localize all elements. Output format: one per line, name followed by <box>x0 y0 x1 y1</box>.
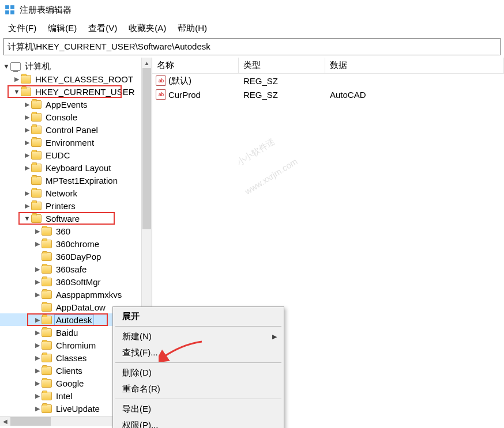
expand-icon[interactable] <box>33 316 42 324</box>
folder-icon <box>42 354 52 362</box>
svg-rect-3 <box>10 10 14 14</box>
ctx-separator <box>115 362 281 363</box>
titlebar: 注册表编辑器 <box>0 0 504 20</box>
expand-icon[interactable] <box>33 266 42 273</box>
address-bar[interactable]: 计算机\HKEY_CURRENT_USER\Software\Autodesk <box>3 38 501 55</box>
expand-icon[interactable] <box>33 405 42 412</box>
expand-icon[interactable] <box>33 278 42 286</box>
folder-icon <box>31 126 42 134</box>
svg-rect-0 <box>5 5 9 9</box>
menu-help[interactable]: 帮助(H) <box>172 21 213 36</box>
tree-item[interactable]: Keyboard Layout <box>0 161 152 174</box>
folder-icon <box>31 151 42 160</box>
folder-icon <box>31 189 42 198</box>
tree-item[interactable]: 360 <box>0 225 152 237</box>
string-value-icon: ab <box>156 89 166 100</box>
tree-root[interactable]: 计算机 <box>0 60 152 73</box>
expand-icon[interactable] <box>13 88 21 95</box>
value-row[interactable]: ab(默认)REG_SZ <box>152 74 504 88</box>
folder-icon <box>42 328 52 337</box>
tree-item[interactable]: Environment <box>0 136 152 149</box>
folder-icon <box>21 75 31 84</box>
string-value-icon: ab <box>156 75 166 86</box>
folder-icon <box>31 138 42 147</box>
context-menu: 展开 新建(N)▶ 查找(F)... 删除(D) 重命名(R) 导出(E) 权限… <box>112 306 284 428</box>
expand-icon[interactable] <box>13 75 21 83</box>
folder-icon <box>42 303 52 312</box>
expand-icon[interactable] <box>33 291 42 298</box>
menubar: 文件(F) 编辑(E) 查看(V) 收藏夹(A) 帮助(H) <box>0 20 504 37</box>
folder-icon <box>31 202 42 210</box>
tree-item[interactable]: 360DayPop <box>0 250 152 263</box>
folder-icon <box>42 265 52 274</box>
menu-fav[interactable]: 收藏夹(A) <box>123 21 172 36</box>
tree-item[interactable]: Network <box>0 187 152 199</box>
col-name[interactable]: 名称 <box>152 58 239 73</box>
ctx-separator <box>115 399 281 399</box>
computer-icon <box>10 62 21 71</box>
tree-item[interactable]: MPTest1Expiration <box>0 174 152 187</box>
menu-edit[interactable]: 编辑(E) <box>42 21 82 36</box>
ctx-rename[interactable]: 重命名(R) <box>114 381 283 397</box>
scroll-thumb[interactable] <box>142 68 151 229</box>
expand-icon[interactable] <box>23 101 31 108</box>
scroll-left-icon[interactable]: ◀ <box>0 416 10 426</box>
expand-icon[interactable] <box>33 342 42 349</box>
expand-icon[interactable] <box>33 392 42 400</box>
folder-icon <box>42 366 52 375</box>
tree-item[interactable]: Aasppapmmxkvs <box>0 288 152 301</box>
folder-icon <box>42 240 52 248</box>
expand-icon[interactable] <box>33 329 42 336</box>
tree-item[interactable]: AppEvents <box>0 98 152 111</box>
ctx-perm[interactable]: 权限(P)... <box>114 417 283 428</box>
menu-view[interactable]: 查看(V) <box>82 21 123 36</box>
expand-icon[interactable] <box>33 228 42 235</box>
tree-item[interactable]: Console <box>0 111 152 123</box>
tree-item[interactable]: 360safe <box>0 263 152 275</box>
expand-icon[interactable] <box>33 367 42 374</box>
expand-icon[interactable] <box>2 63 10 70</box>
col-type[interactable]: 类型 <box>239 58 325 73</box>
folder-icon <box>42 341 52 350</box>
expand-icon[interactable] <box>23 139 31 146</box>
menu-file[interactable]: 文件(F) <box>2 21 42 36</box>
folder-icon <box>42 290 52 299</box>
expand-icon[interactable] <box>23 126 31 134</box>
ctx-expand[interactable]: 展开 <box>114 308 283 324</box>
tree-hkcu[interactable]: HKEY_CURRENT_USER <box>0 85 152 98</box>
ctx-export[interactable]: 导出(E) <box>114 401 283 417</box>
folder-icon <box>31 164 42 172</box>
ctx-new[interactable]: 新建(N)▶ <box>114 328 283 344</box>
expand-icon[interactable] <box>33 380 42 387</box>
value-row[interactable]: abCurProdREG_SZAutoCAD <box>152 88 504 101</box>
expand-icon[interactable] <box>23 215 31 222</box>
expand-icon[interactable] <box>33 354 42 362</box>
tree-item[interactable]: 360SoftMgr <box>0 275 152 288</box>
tree-item[interactable]: Control Panel <box>0 123 152 136</box>
tree-hkcr[interactable]: HKEY_CLASSES_ROOT <box>0 73 152 85</box>
folder-icon <box>31 100 42 109</box>
scroll-thumb[interactable] <box>10 417 51 426</box>
svg-rect-2 <box>5 10 9 14</box>
folder-icon <box>42 404 52 413</box>
ctx-find[interactable]: 查找(F)... <box>114 344 283 361</box>
svg-rect-1 <box>10 5 14 9</box>
col-data[interactable]: 数据 <box>325 58 504 73</box>
tree-item[interactable]: Printers <box>0 199 152 212</box>
tree-item[interactable]: EUDC <box>0 149 152 161</box>
scroll-up-icon[interactable]: ▲ <box>142 58 152 68</box>
expand-icon[interactable] <box>23 202 31 210</box>
folder-icon <box>42 316 52 324</box>
ctx-delete[interactable]: 删除(D) <box>114 365 283 381</box>
tree-item[interactable]: 360chrome <box>0 237 152 250</box>
folder-icon <box>42 379 52 388</box>
expand-icon[interactable] <box>23 113 31 121</box>
folder-icon <box>21 88 31 96</box>
expand-icon[interactable] <box>23 151 31 159</box>
expand-icon[interactable] <box>33 240 42 248</box>
tree-item[interactable]: Software <box>0 212 152 225</box>
folder-icon <box>42 392 52 400</box>
expand-icon[interactable] <box>23 164 31 172</box>
folder-icon <box>42 252 52 261</box>
expand-icon[interactable] <box>23 190 31 197</box>
